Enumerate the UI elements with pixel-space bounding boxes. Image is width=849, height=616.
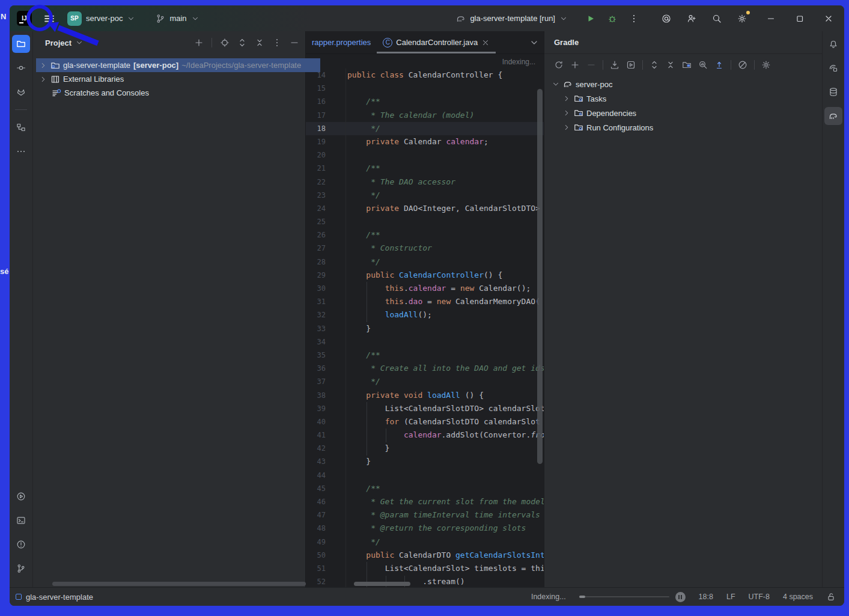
tool-stripe-notifications[interactable] bbox=[824, 35, 842, 53]
close-button[interactable] bbox=[820, 10, 837, 27]
code-line-39[interactable]: 39 List<CalendarSlotDTO> calendarSlots = bbox=[306, 402, 544, 415]
main-menu-button[interactable] bbox=[41, 10, 58, 27]
gradle-tree-row[interactable]: Run Configurations bbox=[544, 120, 822, 135]
code-line-42[interactable]: 42 } bbox=[306, 442, 544, 455]
minimize-button[interactable] bbox=[762, 10, 779, 27]
line-number[interactable]: 49 bbox=[306, 535, 346, 549]
search-everywhere-button[interactable] bbox=[708, 10, 725, 27]
line-number[interactable]: 43 bbox=[306, 455, 346, 468]
line-number[interactable]: 24 bbox=[306, 202, 346, 215]
code-line-40[interactable]: 40 for (CalendarSlotDTO calendarSlot bbox=[306, 415, 544, 428]
tool-stripe-problems[interactable] bbox=[12, 535, 30, 553]
code-line-21[interactable]: 21 /** bbox=[306, 162, 544, 175]
line-number[interactable]: 29 bbox=[306, 269, 346, 282]
code-line-17[interactable]: 17 * The calendar (model) bbox=[306, 109, 544, 122]
line-number[interactable]: 45 bbox=[306, 482, 346, 495]
gradle-source-mode-button[interactable] bbox=[714, 60, 724, 70]
code-line-29[interactable]: 29 public CalendarController() { bbox=[306, 269, 544, 282]
debug-button[interactable] bbox=[604, 10, 621, 27]
pause-indexing-button[interactable] bbox=[675, 592, 686, 602]
tool-stripe-commit[interactable] bbox=[12, 59, 30, 77]
line-number[interactable]: 33 bbox=[306, 322, 346, 335]
line-number[interactable]: 36 bbox=[306, 362, 346, 375]
project-tree-row[interactable]: gla-server-template[server-poc]~/IdeaPro… bbox=[36, 58, 320, 72]
code-line-41[interactable]: 41 calendar.addSlot(Convertor.fromDTO bbox=[306, 428, 544, 442]
more-run-options-button[interactable] bbox=[625, 10, 642, 27]
line-number[interactable]: 26 bbox=[306, 228, 346, 242]
tool-stripe-structure[interactable] bbox=[12, 118, 30, 136]
settings-button[interactable] bbox=[734, 10, 750, 27]
code-line-31[interactable]: 31 this.dao = new CalendarMemoryDAO( bbox=[306, 295, 544, 308]
editor-horizontal-scrollbar[interactable] bbox=[354, 582, 410, 586]
gradle-remove-config-button[interactable] bbox=[586, 60, 596, 70]
code-line-49[interactable]: 49 */ bbox=[306, 535, 544, 549]
code-line-34[interactable]: 34 bbox=[306, 335, 544, 349]
line-number[interactable]: 44 bbox=[306, 469, 346, 482]
editor-tab[interactable]: rapper.properties bbox=[306, 31, 377, 53]
vcs-branch-widget[interactable]: main bbox=[152, 11, 202, 26]
indent-style[interactable]: 4 spaces bbox=[783, 593, 813, 601]
code-line-51[interactable]: 51 List<CalendarSlot> timeslots = this bbox=[306, 562, 544, 575]
lock-open-icon[interactable] bbox=[826, 592, 836, 602]
tool-stripe-endpoints[interactable] bbox=[824, 59, 842, 77]
line-number[interactable]: 21 bbox=[306, 162, 346, 175]
code-editor[interactable]: 14public class CalendarController {1516 … bbox=[306, 54, 544, 587]
code-line-26[interactable]: 26 /** bbox=[306, 228, 544, 242]
gradle-sync-button[interactable] bbox=[554, 60, 564, 70]
run-configuration-widget[interactable]: gla-server-template [run] bbox=[452, 11, 571, 26]
line-number[interactable]: 42 bbox=[306, 442, 346, 455]
options-button[interactable] bbox=[272, 38, 282, 47]
tool-stripe-run[interactable] bbox=[12, 487, 30, 505]
code-line-36[interactable]: 36 * Create all into the DAO and get ids bbox=[306, 362, 544, 375]
maximize-button[interactable] bbox=[791, 10, 808, 27]
code-line-15[interactable]: 15 bbox=[306, 82, 544, 95]
line-number[interactable]: 38 bbox=[306, 389, 346, 402]
gradle-settings-button[interactable] bbox=[761, 60, 771, 70]
line-number[interactable]: 19 bbox=[306, 135, 346, 148]
project-tree-row[interactable]: External Libraries bbox=[36, 72, 305, 86]
code-line-18[interactable]: 18 */ bbox=[306, 122, 544, 135]
line-number[interactable]: 27 bbox=[306, 242, 346, 255]
locate-file-button[interactable] bbox=[220, 38, 230, 47]
line-separator[interactable]: LF bbox=[726, 593, 735, 601]
project-tree-row[interactable]: Scratches and Consoles bbox=[36, 86, 305, 100]
code-line-24[interactable]: 24 private DAO<Integer, CalendarSlotDTO>… bbox=[306, 202, 544, 215]
tool-stripe-database[interactable] bbox=[824, 83, 842, 101]
code-line-16[interactable]: 16 /** bbox=[306, 95, 544, 108]
collapse-all-button[interactable] bbox=[255, 38, 264, 47]
code-line-28[interactable]: 28 */ bbox=[306, 255, 544, 269]
gradle-collapse-all-button[interactable] bbox=[666, 60, 675, 70]
line-number[interactable]: 39 bbox=[306, 402, 346, 415]
gradle-offline-mode-button[interactable] bbox=[738, 60, 747, 70]
indexing-status[interactable]: Indexing... bbox=[531, 593, 566, 601]
close-tab-icon[interactable] bbox=[481, 38, 490, 47]
code-line-30[interactable]: 30 this.calendar = new Calendar(); bbox=[306, 282, 544, 295]
tab-list-chevron-icon[interactable] bbox=[529, 38, 539, 47]
code-line-25[interactable]: 25 bbox=[306, 215, 544, 228]
expand-all-button[interactable] bbox=[237, 38, 247, 47]
gradle-tree-row[interactable]: Tasks bbox=[544, 91, 822, 106]
line-number[interactable]: 31 bbox=[306, 295, 346, 308]
gradle-add-config-button[interactable] bbox=[570, 60, 580, 70]
line-number[interactable]: 25 bbox=[306, 215, 346, 228]
gradle-run-task-button[interactable] bbox=[626, 60, 636, 70]
code-line-44[interactable]: 44 bbox=[306, 469, 544, 482]
tool-stripe-gradle[interactable] bbox=[824, 107, 842, 125]
code-line-14[interactable]: 14public class CalendarController { bbox=[306, 69, 544, 82]
project-widget[interactable]: SP server-poc bbox=[64, 9, 139, 28]
line-number[interactable]: 32 bbox=[306, 308, 346, 322]
code-line-37[interactable]: 37 */ bbox=[306, 375, 544, 388]
editor-tab[interactable]: CCalendarController.java bbox=[377, 31, 496, 53]
code-line-32[interactable]: 32 loadAll(); bbox=[306, 308, 544, 322]
tool-stripe-terminal[interactable] bbox=[12, 511, 30, 529]
code-line-50[interactable]: 50 public CalendarDTO getCalendarSlotsIn… bbox=[306, 549, 544, 562]
line-number[interactable]: 30 bbox=[306, 282, 346, 295]
status-project-widget[interactable]: gla-server-template bbox=[16, 593, 93, 602]
gradle-expand-all-button[interactable] bbox=[650, 60, 659, 70]
code-line-52[interactable]: 52 .stream() bbox=[306, 575, 544, 587]
line-number[interactable]: 22 bbox=[306, 175, 346, 189]
code-with-me-button[interactable] bbox=[683, 10, 700, 27]
line-number[interactable]: 52 bbox=[306, 575, 346, 587]
line-number[interactable]: 34 bbox=[306, 335, 346, 349]
tool-stripe-project[interactable] bbox=[12, 35, 30, 53]
